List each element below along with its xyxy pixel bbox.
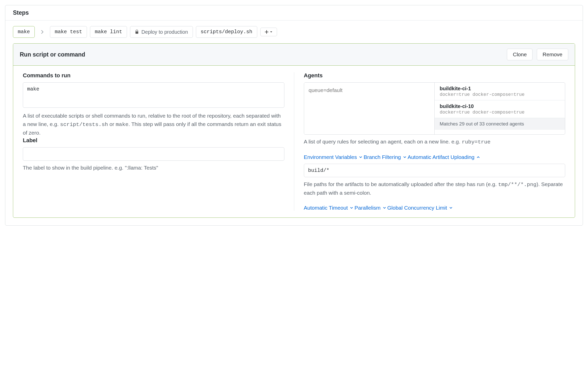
agents-query-input[interactable] — [304, 83, 434, 133]
panel-title: Steps — [5, 5, 583, 21]
step-editor-title: Run script or command — [20, 51, 85, 58]
chevron-down-icon — [350, 206, 353, 210]
steps-panel: Steps make make test make lint Deploy to… — [5, 5, 583, 226]
step-tab-label: Deploy to production — [141, 29, 188, 35]
chevron-right-icon — [38, 30, 47, 34]
agent-list-item[interactable]: buildkite-ci-10 docker=true docker-compo… — [435, 100, 565, 118]
commands-help: A list of executable scripts or shell co… — [23, 112, 284, 137]
artifact-paths-input[interactable] — [304, 164, 565, 177]
step-tab-label: scripts/deploy.sh — [201, 29, 252, 35]
add-step-button[interactable] — [260, 28, 277, 36]
commands-input[interactable] — [23, 82, 284, 108]
label-heading: Label — [23, 137, 284, 144]
artifact-upload-toggle[interactable]: Automatic Artifact Uploading — [408, 154, 480, 160]
lock-icon — [135, 30, 139, 34]
agent-list-item[interactable]: buildkite-ci-1 docker=true docker-compos… — [435, 83, 565, 100]
parallelism-toggle[interactable]: Parallelism — [355, 205, 386, 211]
svg-rect-0 — [136, 31, 138, 34]
plus-icon — [265, 30, 269, 34]
step-editor-header: Run script or command Clone Remove — [13, 44, 575, 66]
chevron-down-icon — [449, 206, 453, 210]
step-tab-label: make lint — [95, 29, 122, 35]
env-vars-toggle[interactable]: Environment Variables — [304, 154, 363, 160]
step-tab-make-test[interactable]: make test — [50, 26, 87, 38]
label-input[interactable] — [23, 147, 284, 161]
step-tab-deploy-to-production[interactable]: Deploy to production — [130, 26, 193, 38]
caret-down-icon — [270, 30, 273, 33]
agents-help: A list of query rules for selecting an a… — [304, 138, 565, 147]
pipeline-step-tabs: make make test make lint Deploy to produ… — [5, 21, 583, 43]
step-editor: Run script or command Clone Remove Comma… — [13, 43, 575, 218]
remove-button[interactable]: Remove — [537, 49, 568, 60]
commands-heading: Commands to run — [23, 72, 284, 79]
step-tab-make-lint[interactable]: make lint — [90, 26, 127, 38]
label-help: The label to show in the build pipeline.… — [23, 164, 284, 172]
artifact-help: File paths for the artifacts to be autom… — [304, 180, 565, 197]
step-editor-right-column: Agents buildkite-ci-1 docker=true docker… — [294, 72, 568, 211]
clone-button[interactable]: Clone — [507, 49, 532, 60]
chevron-down-icon — [359, 155, 362, 159]
agents-heading: Agents — [304, 72, 565, 79]
step-tab-make[interactable]: make — [13, 26, 35, 38]
agents-match-summary: Matches 29 out of 33 connected agents — [435, 118, 565, 130]
global-concurrency-toggle[interactable]: Global Concurrency Limit — [387, 205, 453, 211]
chevron-up-icon — [476, 155, 480, 159]
chevron-down-icon — [383, 206, 386, 210]
step-tab-label: make — [18, 29, 30, 35]
agents-panel: buildkite-ci-1 docker=true docker-compos… — [304, 82, 565, 135]
step-editor-left-column: Commands to run A list of executable scr… — [20, 72, 294, 211]
agents-match-list: buildkite-ci-1 docker=true docker-compos… — [435, 83, 565, 134]
step-editor-actions: Clone Remove — [507, 49, 568, 60]
automatic-timeout-toggle[interactable]: Automatic Timeout — [304, 205, 354, 211]
step-tab-label: make test — [55, 29, 82, 35]
step-tab-deploy-script[interactable]: scripts/deploy.sh — [196, 26, 257, 38]
branch-filtering-toggle[interactable]: Branch Filtering — [364, 154, 407, 160]
chevron-down-icon — [403, 155, 407, 159]
